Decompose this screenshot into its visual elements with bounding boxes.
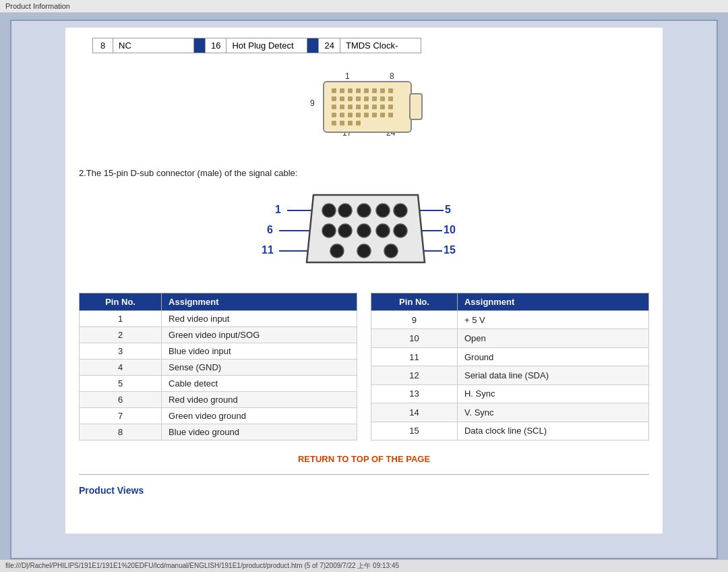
pin-number-cell: 13	[371, 384, 458, 403]
svg-rect-21	[372, 105, 377, 109]
top-bar-label: Product Information	[5, 2, 70, 10]
vga-label-15: 15	[444, 244, 456, 256]
dvi-svg: 1 8 9 17 24	[297, 67, 431, 148]
return-to-top-link[interactable]: RETURN TO TOP OF THE PAGE	[298, 454, 430, 464]
svg-point-47	[322, 224, 336, 237]
svg-rect-20	[364, 105, 369, 109]
return-link-container: RETURN TO TOP OF THE PAGE	[79, 454, 649, 464]
pin-24-name: TMDS Clock-	[340, 38, 421, 53]
status-bar: file:///D|/Rachel/PHILIPS/191E1/191E1%20…	[0, 559, 728, 572]
vga-label-1: 1	[275, 204, 281, 215]
svg-rect-27	[356, 113, 361, 117]
svg-rect-15	[388, 96, 393, 101]
svg-point-45	[376, 204, 390, 217]
content-area: 8 NC 16 Hot Plug Detect 24 TMDS Clock- 1…	[65, 28, 663, 534]
svg-rect-9	[340, 96, 344, 101]
vga-label-5: 5	[445, 204, 451, 215]
svg-rect-34	[348, 121, 353, 125]
right-table-row: 9+ 5 V	[371, 311, 649, 329]
svg-point-48	[338, 224, 352, 237]
svg-rect-31	[388, 113, 393, 117]
svg-point-52	[330, 244, 344, 258]
assignment-cell: Green video ground	[162, 408, 357, 424]
assignment-cell: Data clock line (SCL)	[457, 422, 648, 440]
left-table-row: 4Sense (GND)	[80, 360, 357, 376]
svg-rect-8	[332, 96, 336, 101]
svg-rect-23	[388, 105, 393, 109]
pin-number-cell: 1	[80, 311, 162, 327]
status-bar-text: file:///D|/Rachel/PHILIPS/191E1/191E1%20…	[5, 562, 399, 569]
pin-number-cell: 8	[80, 424, 162, 440]
svg-rect-6	[380, 88, 385, 93]
svg-point-54	[384, 244, 398, 258]
assignment-cell: Serial data line (SDA)	[457, 366, 648, 384]
left-table-header-assignment: Assignment	[162, 293, 357, 311]
svg-rect-7	[388, 88, 393, 93]
pin-number-cell: 15	[371, 422, 458, 440]
product-views-link[interactable]: Product Views	[79, 485, 144, 496]
right-table-header-pin: Pin No.	[371, 293, 458, 311]
svg-rect-5	[372, 88, 377, 93]
svg-rect-16	[332, 105, 336, 109]
left-table-row: 1Red video input	[80, 311, 357, 327]
svg-rect-12	[364, 96, 369, 101]
svg-point-46	[394, 204, 407, 217]
svg-point-50	[376, 224, 390, 237]
svg-rect-33	[340, 121, 344, 125]
assignment-cell: Red video ground	[162, 392, 357, 408]
assignment-cell: Green video input/SOG	[162, 327, 357, 343]
svg-point-44	[357, 204, 371, 217]
svg-rect-10	[348, 96, 353, 101]
svg-point-53	[357, 244, 371, 258]
dvi-tab	[410, 94, 422, 119]
assignment-cell: Blue video ground	[162, 424, 357, 440]
top-bar: Product Information	[0, 0, 728, 13]
left-table-row: 3Blue video input	[80, 343, 357, 360]
svg-rect-25	[340, 113, 344, 117]
assignment-cell: Sense (GND)	[162, 360, 357, 376]
pin-16-num: 16	[206, 38, 226, 53]
svg-rect-24	[332, 113, 336, 117]
pin-number-cell: 6	[80, 392, 162, 408]
pin-16-name: Hot Plug Detect	[226, 38, 307, 53]
assignment-cell: Blue video input	[162, 343, 357, 360]
dvi-label-9: 9	[310, 98, 315, 108]
pin-number-cell: 11	[371, 347, 458, 366]
svg-rect-30	[380, 113, 385, 117]
assignment-cell: H. Sync	[457, 384, 648, 403]
svg-rect-19	[356, 105, 361, 109]
top-pin-table: 8 NC 16 Hot Plug Detect 24 TMDS Clock-	[92, 38, 421, 53]
right-table-body: 9+ 5 V10Open11Ground12Serial data line (…	[371, 311, 649, 440]
svg-point-42	[322, 204, 336, 217]
svg-rect-14	[380, 96, 385, 101]
svg-rect-4	[364, 88, 369, 93]
pin-8-num: 8	[93, 38, 113, 53]
pin-number-cell: 9	[371, 311, 458, 329]
product-views-container: Product Views	[79, 485, 649, 496]
svg-rect-1	[340, 88, 344, 93]
assignment-cell: Open	[457, 329, 648, 347]
desc-text: 2.The 15-pin D-sub connector (male) of t…	[79, 168, 649, 178]
assignment-cell: + 5 V	[457, 311, 648, 329]
svg-rect-0	[332, 88, 336, 93]
pin-number-cell: 14	[371, 403, 458, 422]
assignment-cell: Ground	[457, 347, 648, 366]
dvi-label-8: 8	[390, 72, 394, 81]
right-pin-table: Pin No. Assignment 9+ 5 V10Open11Ground1…	[371, 293, 649, 440]
vga-svg: 1 6 11 5 10 15	[236, 185, 492, 273]
outer-frame: 8 NC 16 Hot Plug Detect 24 TMDS Clock- 1…	[0, 13, 728, 566]
svg-rect-28	[364, 113, 369, 117]
inner-frame: 8 NC 16 Hot Plug Detect 24 TMDS Clock- 1…	[10, 20, 718, 559]
left-table-row: 6Red video ground	[80, 392, 357, 408]
pin-tables: Pin No. Assignment 1Red video input2Gree…	[79, 293, 649, 440]
svg-rect-32	[332, 121, 336, 125]
right-table-row: 14V. Sync	[371, 403, 649, 422]
left-table-header-pin: Pin No.	[80, 293, 162, 311]
svg-rect-29	[372, 113, 377, 117]
svg-rect-35	[356, 121, 361, 125]
left-table-row: 7Green video ground	[80, 408, 357, 424]
vga-label-11: 11	[262, 244, 274, 256]
left-table-body: 1Red video input2Green video input/SOG3B…	[80, 311, 357, 440]
color-block-1	[194, 38, 206, 53]
right-table-row: 13H. Sync	[371, 384, 649, 403]
